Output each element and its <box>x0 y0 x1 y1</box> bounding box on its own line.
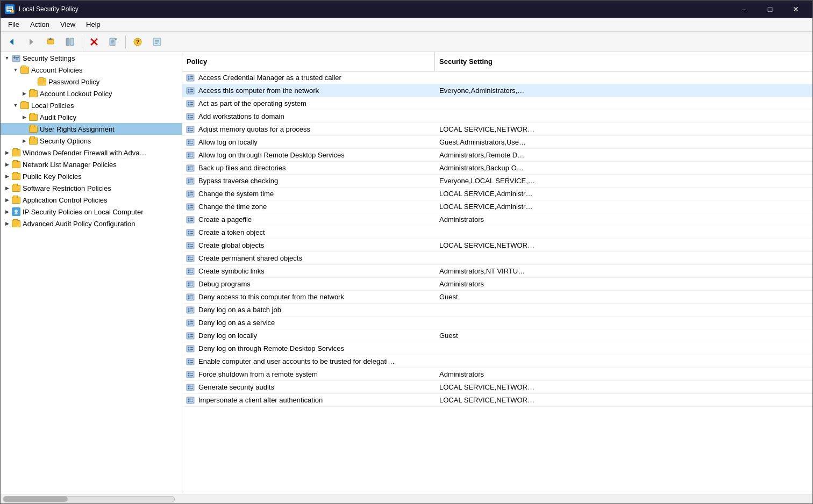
tree-node-security-options[interactable]: ▶ Security Options <box>1 135 182 147</box>
back-button[interactable] <box>3 33 21 51</box>
forward-button[interactable] <box>22 33 40 51</box>
tree-node-ip-security[interactable]: ▶ IP Security Policies on Local Computer <box>1 206 182 218</box>
policy-icon <box>186 203 195 211</box>
tree-node-audit-policy[interactable]: ▶ Audit Policy <box>1 111 182 123</box>
setting-column-header[interactable]: Security Setting <box>435 57 812 66</box>
policy-column-header[interactable]: Policy <box>182 52 435 71</box>
properties-button[interactable] <box>148 33 166 51</box>
policy-row[interactable]: Create global objectsLOCAL SERVICE,NETWO… <box>182 239 812 252</box>
menu-file[interactable]: File <box>3 19 25 30</box>
tree-node-network-list[interactable]: ▶ Network List Manager Policies <box>1 159 182 170</box>
svg-rect-92 <box>190 220 193 221</box>
svg-rect-142 <box>190 349 193 350</box>
policy-row[interactable]: Impersonate a client after authenticatio… <box>182 394 812 407</box>
policy-row[interactable]: Allow log on locallyGuest,Administrators… <box>182 136 812 149</box>
up-button[interactable] <box>41 33 60 51</box>
policy-row[interactable]: Create a pagefileAdministrators <box>182 213 812 226</box>
policy-row[interactable]: Deny log on through Remote Desktop Servi… <box>182 342 812 355</box>
policy-setting: Administrators,NT VIRTU… <box>435 267 812 275</box>
policy-row[interactable]: Force shutdown from a remote systemAdmin… <box>182 368 812 381</box>
policy-row[interactable]: Enable computer and user accounts to be … <box>182 355 812 368</box>
menu-action[interactable]: Action <box>25 19 55 30</box>
svg-rect-78 <box>187 191 194 197</box>
show-hide-button[interactable] <box>61 33 79 51</box>
tree-node-public-key[interactable]: ▶ Public Key Policies <box>1 170 182 182</box>
svg-text:?: ? <box>136 39 139 45</box>
policy-row[interactable]: Deny log on locallyGuest <box>182 329 812 342</box>
policy-row[interactable]: Change the time zoneLOCAL SERVICE,Admini… <box>182 200 812 213</box>
svg-point-141 <box>188 349 190 350</box>
export-button[interactable] <box>104 33 123 51</box>
policy-name: Deny log on as a batch job <box>198 306 435 314</box>
svg-point-5 <box>11 10 14 13</box>
delete-button[interactable] <box>85 33 103 51</box>
svg-rect-112 <box>190 272 193 272</box>
tree-node-software-restriction[interactable]: ▶ Software Restriction Policies <box>1 182 182 194</box>
policy-row[interactable]: Create symbolic linksAdministrators,NT V… <box>182 265 812 278</box>
right-panel: Policy Security Setting Access Credentia… <box>182 52 812 494</box>
svg-rect-105 <box>190 257 193 257</box>
policy-icon <box>186 306 195 314</box>
svg-rect-127 <box>190 311 193 311</box>
tree-node-account-policies[interactable]: ▼ Account Policies <box>1 64 182 76</box>
menu-view[interactable]: View <box>55 19 81 30</box>
policy-row[interactable]: Adjust memory quotas for a processLOCAL … <box>182 123 812 136</box>
svg-point-114 <box>188 282 190 284</box>
svg-rect-118 <box>187 294 194 300</box>
menu-help[interactable]: Help <box>81 19 106 30</box>
policy-row[interactable]: Access this computer from the networkEve… <box>182 84 812 97</box>
svg-rect-16 <box>115 38 117 40</box>
tree-node-account-lockout[interactable]: ▶ Account Lockout Policy <box>1 88 182 99</box>
svg-rect-137 <box>190 336 193 337</box>
tree-node-password-policy[interactable]: Password Policy <box>1 76 182 88</box>
close-button[interactable]: ✕ <box>783 1 808 18</box>
policy-setting: Administrators,Backup O… <box>435 164 812 172</box>
svg-point-44 <box>188 102 190 103</box>
policy-row[interactable]: Debug programsAdministrators <box>182 278 812 291</box>
app-icon <box>5 4 15 14</box>
svg-rect-47 <box>190 104 193 105</box>
svg-rect-58 <box>187 139 194 146</box>
policy-row[interactable]: Back up files and directoriesAdministrat… <box>182 162 812 175</box>
toolbar-separator-2 <box>125 35 126 48</box>
tree-root[interactable]: ▼ Security Settings <box>1 52 182 64</box>
policy-name: Create symbolic links <box>198 267 435 275</box>
tree-node-windows-defender[interactable]: ▶ Windows Defender Firewall with Adva… <box>1 147 182 159</box>
svg-point-34 <box>188 76 190 77</box>
policy-row[interactable]: Generate security auditsLOCAL SERVICE,NE… <box>182 381 812 394</box>
policy-row[interactable]: Deny access to this computer from the ne… <box>182 291 812 304</box>
policy-icon <box>186 383 195 392</box>
h-scrollbar[interactable] <box>3 496 175 502</box>
policy-row[interactable]: Create a token object <box>182 226 812 239</box>
policy-icon <box>186 74 195 82</box>
tree-node-advanced-audit[interactable]: ▶ Advanced Audit Policy Configuration <box>1 218 182 229</box>
tree-node-local-policies[interactable]: ▼ Local Policies <box>1 99 182 111</box>
svg-rect-33 <box>187 75 194 81</box>
policy-row[interactable]: Act as part of the operating system <box>182 97 812 110</box>
svg-rect-3 <box>8 9 12 10</box>
svg-point-31 <box>15 210 18 213</box>
folder-icon <box>11 196 21 204</box>
policy-row[interactable]: Change the system timeLOCAL SERVICE,Admi… <box>182 188 812 200</box>
policy-row[interactable]: Add workstations to domain <box>182 110 812 123</box>
svg-point-154 <box>188 385 190 387</box>
policy-row[interactable]: Bypass traverse checkingEveryone,LOCAL S… <box>182 175 812 188</box>
svg-rect-98 <box>187 242 194 249</box>
help-button[interactable]: ? <box>129 33 147 51</box>
svg-rect-28 <box>16 57 19 58</box>
tree-node-application-control[interactable]: ▶ Application Control Policies <box>1 194 182 206</box>
maximize-button[interactable]: □ <box>758 1 782 18</box>
policy-row[interactable]: Allow log on through Remote Desktop Serv… <box>182 149 812 162</box>
policy-row[interactable]: Deny log on as a service <box>182 316 812 329</box>
policy-icon <box>186 396 195 405</box>
policy-row[interactable]: Access Credential Manager as a trusted c… <box>182 71 812 84</box>
svg-rect-57 <box>190 130 193 131</box>
policy-row[interactable]: Deny log on as a batch job <box>182 304 812 316</box>
svg-rect-150 <box>190 373 193 373</box>
svg-point-74 <box>188 179 190 181</box>
policy-row[interactable]: Create permanent shared objects <box>182 252 812 265</box>
tree-node-user-rights[interactable]: User Rights Assignment <box>1 123 182 135</box>
minimize-button[interactable]: – <box>732 1 757 18</box>
svg-marker-7 <box>30 39 33 45</box>
policy-icon <box>186 370 195 379</box>
